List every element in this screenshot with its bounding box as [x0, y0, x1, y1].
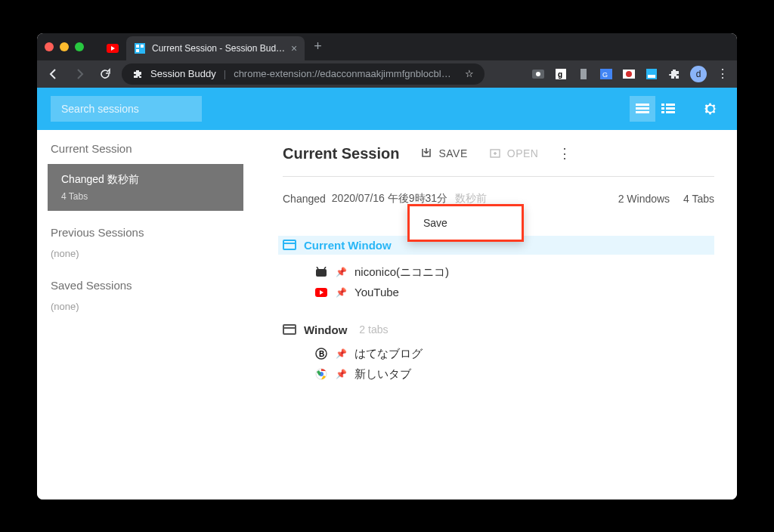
gear-icon: [703, 101, 718, 116]
windows-list: Current Window 📌 niconico(ニコニコ) 📌: [283, 236, 714, 385]
svg-rect-9: [580, 69, 587, 79]
browser-tab[interactable]: [99, 36, 126, 60]
window-name: Window: [304, 323, 347, 336]
windows-count: 2 Windows: [618, 193, 670, 205]
star-icon[interactable]: ☆: [465, 68, 474, 79]
extension-icons: g G d ⋮: [531, 66, 729, 82]
pin-icon: 📌: [336, 287, 347, 298]
view-detailed-button[interactable]: [655, 96, 681, 122]
svg-rect-21: [661, 104, 664, 106]
svg-point-6: [536, 72, 540, 76]
search-box[interactable]: [51, 96, 202, 122]
view-compact-button[interactable]: [630, 96, 655, 122]
browser-window: Current Session - Session Bud… × + Sessi…: [37, 33, 737, 500]
pin-icon: 📌: [336, 267, 347, 277]
close-window-icon[interactable]: [45, 42, 54, 51]
address-bar: Session Buddy | chrome-extension://edacc…: [37, 60, 737, 88]
tab-title: Current Session - Session Bud…: [152, 43, 285, 54]
open-button[interactable]: OPEN: [489, 147, 539, 159]
back-button[interactable]: [45, 65, 63, 83]
tab-row[interactable]: 📌 YouTube: [314, 283, 714, 302]
window-icon: [283, 324, 296, 335]
settings-button[interactable]: [698, 96, 723, 122]
more-menu-button[interactable]: ⋮: [558, 145, 571, 162]
svg-rect-28: [316, 269, 327, 277]
app-root: Current Session Changed 数秒前 4 Tabs Previ…: [37, 88, 737, 500]
svg-text:B: B: [319, 350, 324, 358]
window-block: Current Window 📌 niconico(ニコニコ) 📌: [283, 236, 714, 302]
reload-button[interactable]: [96, 65, 114, 83]
browser-tab-active[interactable]: Current Session - Session Bud… ×: [126, 36, 305, 60]
open-icon: [489, 147, 501, 159]
svg-rect-26: [666, 111, 675, 113]
youtube-icon: [314, 286, 328, 299]
forward-button[interactable]: [70, 65, 88, 83]
sidebar-heading-previous: Previous Sessions: [48, 226, 243, 239]
sidebar-heading-saved: Saved Sessions: [48, 279, 243, 292]
profile-avatar[interactable]: d: [690, 66, 707, 82]
changed-label: Changed: [283, 193, 326, 205]
svg-rect-22: [666, 104, 675, 106]
context-menu-save[interactable]: Save: [410, 206, 522, 240]
save-button[interactable]: SAVE: [420, 147, 467, 159]
sidebar: Current Session Changed 数秒前 4 Tabs Previ…: [37, 130, 260, 500]
minimize-window-icon[interactable]: [60, 42, 69, 51]
main-header: Current Session SAVE OPEN ⋮: [283, 145, 714, 177]
ext-icon-3[interactable]: [577, 67, 590, 81]
ext-icon-1[interactable]: [531, 67, 545, 81]
svg-rect-2: [136, 45, 139, 48]
context-menu: Save: [407, 204, 524, 242]
tab-row[interactable]: 📌 niconico(ニコニコ): [314, 262, 714, 283]
svg-rect-20: [636, 111, 649, 113]
window-block: Window 2 tabs B 📌 はてなブログ 📌: [283, 323, 714, 385]
ext-icon-5[interactable]: [622, 67, 636, 81]
svg-rect-15: [648, 75, 655, 78]
window-name: Current Window: [304, 239, 392, 252]
maximize-window-icon[interactable]: [75, 42, 84, 51]
search-input[interactable]: [61, 103, 194, 115]
window-tabcount: 2 tabs: [359, 323, 388, 336]
sidebar-none-saved: (none): [48, 301, 243, 312]
tab-row[interactable]: 📌 新しいタブ: [314, 364, 714, 385]
ext-icon-4[interactable]: G: [599, 67, 613, 81]
svg-rect-25: [661, 111, 664, 113]
svg-text:g: g: [558, 70, 562, 79]
extension-icon: [132, 69, 143, 79]
svg-point-13: [626, 71, 632, 77]
app-layout: Current Session Changed 数秒前 4 Tabs Previ…: [37, 130, 737, 500]
window-controls: [45, 42, 84, 51]
url-title: Session Buddy: [150, 68, 216, 79]
hatena-icon: B: [314, 347, 328, 360]
svg-rect-19: [636, 107, 649, 110]
url-path: chrome-extension://edacconmaakjimmfgnblo…: [234, 68, 451, 79]
youtube-icon: [107, 42, 119, 54]
new-tab-button[interactable]: +: [305, 39, 331, 54]
tab-title: niconico(ニコニコ): [354, 265, 449, 280]
ext-icon-2[interactable]: g: [554, 67, 568, 81]
svg-text:G: G: [602, 71, 608, 79]
sidebar-none-previous: (none): [48, 248, 243, 259]
pin-icon: 📌: [336, 369, 347, 379]
app-topbar: [37, 88, 737, 130]
main-panel: Current Session SAVE OPEN ⋮ Changed 2020…: [260, 130, 737, 500]
window-icon: [283, 240, 296, 250]
chrome-icon: [314, 367, 328, 381]
pin-icon: 📌: [336, 348, 347, 359]
window-header[interactable]: Window 2 tabs: [283, 323, 714, 336]
tab-title: YouTube: [354, 286, 399, 298]
tabs-count: 4 Tabs: [683, 193, 714, 205]
browser-menu-icon[interactable]: ⋮: [716, 67, 729, 81]
tab-title: 新しいタブ: [354, 367, 411, 382]
download-icon: [420, 147, 432, 159]
svg-rect-18: [636, 104, 649, 106]
sidebar-item-current[interactable]: Changed 数秒前 4 Tabs: [48, 164, 243, 211]
tab-row[interactable]: B 📌 はてなブログ: [314, 344, 714, 364]
sidebar-heading-current: Current Session: [48, 142, 243, 155]
close-tab-icon[interactable]: ×: [291, 42, 297, 54]
extensions-puzzle-icon[interactable]: [667, 67, 681, 81]
svg-rect-4: [136, 49, 139, 52]
svg-rect-23: [661, 107, 664, 110]
sidebar-item-subtitle: 4 Tabs: [61, 191, 230, 202]
url-input[interactable]: Session Buddy | chrome-extension://edacc…: [122, 63, 485, 85]
ext-icon-6[interactable]: [645, 67, 658, 81]
